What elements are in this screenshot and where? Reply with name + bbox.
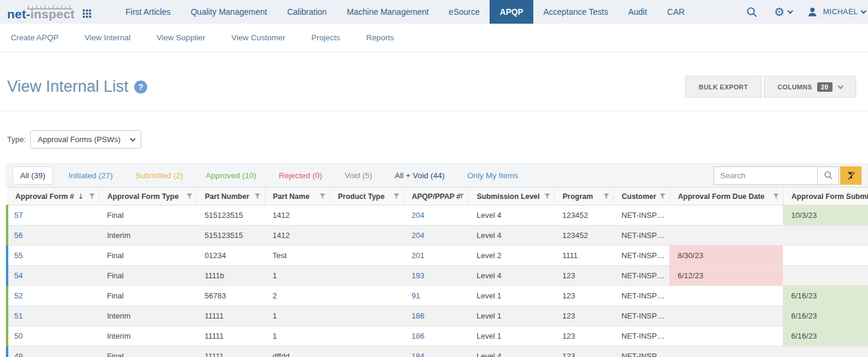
cell-due_date: 8/30/23 [669,246,783,266]
cell-part_number: 515123515 [196,205,264,226]
table-row-form-55: 55Final01234Test201Level 21111NET-INSPEC… [7,246,868,266]
cell-form_number[interactable]: 52 [7,286,99,306]
cell-apqp_ppap[interactable]: 204 [403,226,468,246]
subnav-item-view-internal[interactable]: View Internal [85,33,131,42]
type-select[interactable]: Approval Forms (PSWs) [30,130,141,149]
cell-form_number[interactable]: 49 [7,346,99,357]
status-tab-initiated-27[interactable]: Initiated (27) [61,167,120,184]
column-filter-funnel-icon[interactable] [545,194,550,199]
cell-form_type: Final [99,205,196,226]
column-filter-funnel-icon[interactable] [394,194,399,199]
cell-submission_level: Level 2 [468,246,554,266]
column-filter-funnel-icon[interactable] [255,194,260,199]
topnav-item-car[interactable]: CAR [657,0,695,24]
column-filter-funnel-icon[interactable] [459,194,464,199]
column-header-submission-level[interactable]: Submission Level [468,188,554,205]
topnav-item-audit[interactable]: Audit [618,0,657,24]
topnav-item-acceptance-tests[interactable]: Acceptance Tests [533,0,618,24]
column-header-customer[interactable]: Customer [613,188,669,205]
column-header-approval-form-type[interactable]: Approval Form Type [99,188,196,205]
topnav-item-quality-management[interactable]: Quality Management [180,0,277,24]
cell-part_name: Test [264,246,329,266]
username-menu[interactable]: MICHAEL [823,8,866,16]
status-tab-submitted-2[interactable]: Submitted (2) [128,167,190,184]
column-header-product-type[interactable]: Product Type [329,188,403,205]
topnav-item-esource[interactable]: eSource [439,0,490,24]
status-tabs: All (39)Initiated (27)Submitted (2)Appro… [12,166,533,185]
subnav-item-create-apqp[interactable]: Create APQP [11,33,59,42]
settings-gear-icon[interactable]: ⚙ [774,5,785,19]
search-input[interactable] [714,166,817,185]
cell-form_number[interactable]: 56 [7,226,99,246]
bulk-export-button[interactable]: BULK EXPORT [685,76,762,98]
topnav-item-machine-management[interactable]: Machine Management [337,0,439,24]
cell-program: 123 [554,266,613,286]
column-header-approval-form-due-date[interactable]: Approval Form Due Date [669,188,783,205]
column-filter-funnel-icon[interactable] [660,194,665,199]
cell-form_number[interactable]: 55 [7,246,99,266]
cell-apqp_ppap[interactable]: 186 [403,306,468,326]
status-tab-only-my-items[interactable]: Only My Items [460,167,525,184]
column-header-approval-form-submitted[interactable]: Approval Form Submitted [783,188,868,205]
search-button[interactable] [817,166,839,185]
column-filter-funnel-icon[interactable] [604,194,609,199]
cell-due_date: 6/12/23 [669,266,783,286]
column-header-program[interactable]: Program [554,188,613,205]
status-filter-bar: All (39)Initiated (27)Submitted (2)Appro… [6,163,868,187]
table-row-form-54: 54Final1111b1193Level 4123NET-INSPEC...6… [7,266,868,286]
user-avatar-icon[interactable] [807,6,818,18]
cell-form_number[interactable]: 51 [7,306,99,326]
help-icon[interactable]: ? [134,81,147,94]
status-tab-approved-10[interactable]: Approved (10) [199,167,264,184]
cell-submitted: 6/16/23 [783,326,868,346]
topnav-item-apqp[interactable]: APQP [490,0,533,24]
column-filter-funnel-icon[interactable] [773,194,779,199]
search-icon[interactable] [746,7,757,18]
topnav-item-calibration[interactable]: Calibration [277,0,337,24]
column-filter-funnel-icon[interactable] [187,194,192,199]
cell-product_type [329,326,403,346]
cell-program: 123 [554,346,613,357]
cell-form_number[interactable]: 54 [7,266,99,286]
status-tab-void-5[interactable]: Void (5) [338,167,380,184]
cell-part_number: 11111 [196,326,264,346]
cell-submitted: 6/16/23 [783,286,868,306]
status-tab-rejected-0[interactable]: Rejected (0) [271,167,329,184]
brand[interactable]: net-inspect [0,0,107,24]
topnav-item-first-articles[interactable]: First Articles [115,0,180,24]
column-filter-funnel-icon[interactable] [89,194,95,199]
cell-program: 123452 [554,226,613,246]
column-header-part-number[interactable]: Part Number [196,188,264,205]
cell-submitted [783,266,868,286]
cell-form_number[interactable]: 57 [7,205,99,226]
cell-part_name: 1 [264,306,329,326]
cell-submitted [783,346,868,357]
status-tab-all-void-44[interactable]: All + Void (44) [388,167,452,184]
cell-apqp_ppap[interactable]: 184 [403,346,468,357]
subnav-item-view-supplier[interactable]: View Supplier [157,33,205,42]
clear-filters-button[interactable] [840,166,861,185]
column-header-apqp-ppap[interactable]: APQP/PPAP # [403,188,468,205]
cell-apqp_ppap[interactable]: 201 [403,246,468,266]
cell-apqp_ppap[interactable]: 186 [403,326,468,346]
apps-grid-icon[interactable] [83,9,91,18]
column-header-approval-form[interactable]: Approval Form #↓ [7,188,99,205]
subnav-item-reports[interactable]: Reports [366,33,394,42]
top-navigation-bar: net-inspect First ArticlesQuality Manage… [0,0,868,24]
columns-button[interactable]: COLUMNS 20 [764,76,856,98]
status-tab-all-39[interactable]: All (39) [12,166,53,185]
cell-part_name: 1412 [264,226,329,246]
subnav-item-projects[interactable]: Projects [311,33,340,42]
cell-submitted [783,226,868,246]
cell-customer: NET-INSPEC... [613,205,669,226]
cell-apqp_ppap[interactable]: 204 [403,205,468,226]
cell-customer: NET-INSPEC... [613,286,669,306]
subnav-item-view-customer[interactable]: View Customer [231,33,285,42]
column-filter-funnel-icon[interactable] [320,194,325,199]
settings-chevron-down-icon[interactable] [787,8,793,14]
cell-form_number[interactable]: 50 [7,326,99,346]
cell-apqp_ppap[interactable]: 91 [403,286,468,306]
cell-form_type: Interim [99,226,196,246]
cell-apqp_ppap[interactable]: 193 [403,266,468,286]
column-header-part-name[interactable]: Part Name [264,188,329,205]
